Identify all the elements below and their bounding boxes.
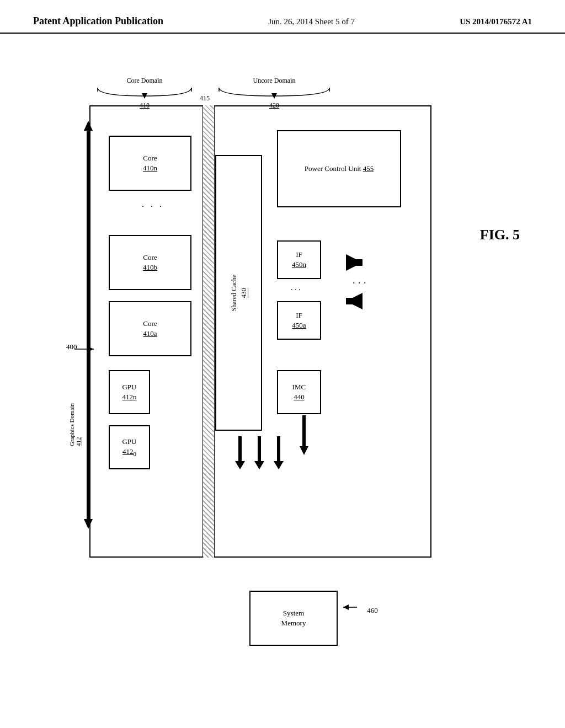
if-450a-box: IF 450a	[277, 301, 321, 340]
svg-rect-9	[346, 259, 363, 266]
core-410a-box: Core 410a	[109, 301, 191, 356]
header-patent-number: US 2014/0176572 A1	[460, 15, 532, 26]
bus-bar-415	[202, 105, 215, 558]
svg-marker-21	[254, 461, 264, 469]
svg-marker-25	[300, 446, 308, 455]
gpu-412n-box: GPU 412n	[109, 370, 150, 414]
if-arrows: · · ·	[324, 249, 385, 326]
header-publication-label: Patent Application Publication	[33, 15, 163, 27]
imc-440-box: IMC 440	[277, 370, 321, 414]
core-410n-box: Core 410n	[109, 136, 191, 191]
shared-cache-box: Shared Cache 430	[215, 155, 262, 431]
svg-rect-18	[238, 436, 242, 464]
diagram-container: Core Domain 410 Uncore Domain 420 415 40…	[34, 39, 531, 679]
bottom-arrows	[227, 436, 338, 480]
left-vert-arrow	[82, 121, 95, 529]
svg-marker-17	[84, 519, 93, 529]
svg-rect-20	[258, 436, 261, 464]
svg-marker-27	[343, 604, 349, 610]
label-400: 400	[66, 342, 77, 351]
header-date-sheet: Jun. 26, 2014 Sheet 5 of 7	[268, 15, 355, 26]
svg-text:·: ·	[364, 277, 366, 288]
gpu-4120-box: GPU 4120	[109, 425, 150, 469]
if-450n-box: IF 450n	[277, 240, 321, 279]
svg-marker-23	[274, 461, 284, 469]
figure-label: FIG. 5	[480, 227, 520, 243]
svg-rect-16	[87, 131, 90, 519]
svg-rect-24	[302, 415, 306, 448]
svg-marker-19	[235, 461, 245, 469]
graphics-domain-label: Graphics Domain 412	[68, 403, 82, 446]
header: Patent Application Publication Jun. 26, …	[0, 0, 565, 34]
core-domain-label: Core Domain 410	[95, 77, 194, 110]
dots-if: · · ·	[291, 286, 301, 295]
core-410b-box: Core 410b	[109, 235, 191, 290]
svg-rect-11	[346, 298, 363, 304]
dots-cores: · · ·	[142, 202, 164, 212]
svg-text:·: ·	[353, 277, 355, 288]
bus-label: 415	[200, 94, 210, 103]
svg-marker-15	[84, 121, 93, 131]
svg-rect-22	[277, 436, 280, 464]
pcu-455-box: Power Control Unit 455	[277, 130, 401, 207]
uncore-domain-label: Uncore Domain 420	[216, 77, 332, 110]
svg-text:·: ·	[358, 277, 361, 288]
memory-460-label: 460	[343, 602, 378, 615]
system-memory-box: System Memory	[249, 591, 338, 646]
imc-to-memory-arrow	[297, 415, 311, 459]
